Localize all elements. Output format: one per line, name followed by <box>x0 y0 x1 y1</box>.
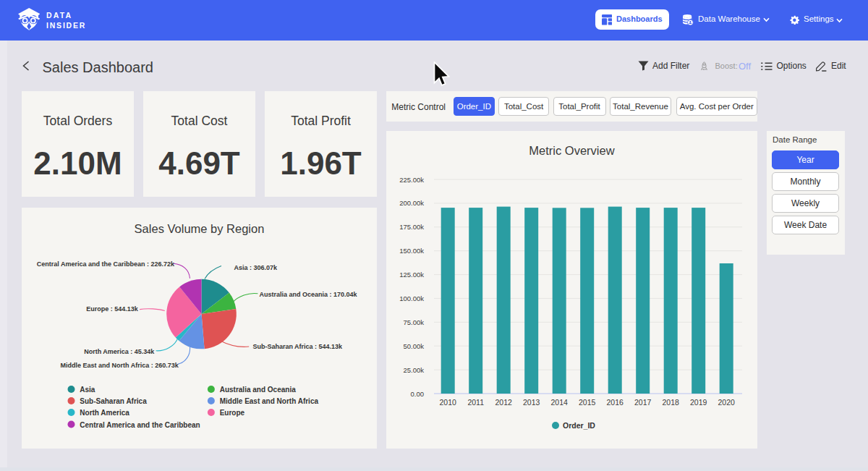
svg-text:175.00k: 175.00k <box>399 223 424 231</box>
svg-text:2019: 2019 <box>690 398 707 407</box>
svg-text:2010: 2010 <box>440 398 457 407</box>
svg-text:Europe: Europe <box>220 409 245 417</box>
svg-text:Central America and the Caribb: Central America and the Caribbean : 226.… <box>37 260 175 268</box>
svg-text:225.00k: 225.00k <box>399 176 424 184</box>
svg-text:Sub-Saharan Africa: Sub-Saharan Africa <box>80 397 147 405</box>
svg-text:50.00k: 50.00k <box>403 342 424 350</box>
svg-text:2015: 2015 <box>579 398 596 407</box>
svg-text:Sub-Saharan Africa : 544.13k: Sub-Saharan Africa : 544.13k <box>252 343 343 350</box>
svg-text:Australia and Oceania: Australia and Oceania <box>220 386 296 394</box>
svg-text:North America: North America <box>80 409 129 417</box>
svg-text:Asia : 306.07k: Asia : 306.07k <box>234 264 278 271</box>
svg-text:200.00k: 200.00k <box>399 199 424 207</box>
svg-text:Australia and Oceania : 170.04: Australia and Oceania : 170.04k <box>260 291 358 298</box>
svg-text:75.00k: 75.00k <box>403 318 424 326</box>
svg-text:125.00k: 125.00k <box>399 271 424 279</box>
svg-text:2018: 2018 <box>663 398 680 407</box>
svg-text:Middle East and North Africa :: Middle East and North Africa : 260.73k <box>61 362 179 369</box>
svg-text:2013: 2013 <box>523 398 540 407</box>
svg-text:25.00k: 25.00k <box>403 366 424 374</box>
svg-text:0.00: 0.00 <box>411 390 425 398</box>
svg-text:100.00k: 100.00k <box>399 294 424 302</box>
svg-text:2011: 2011 <box>467 398 484 407</box>
svg-text:2017: 2017 <box>634 398 652 407</box>
svg-text:2012: 2012 <box>495 398 513 407</box>
svg-text:Asia: Asia <box>80 386 95 394</box>
svg-text:Central America and the Caribb: Central America and the Caribbean <box>80 421 200 429</box>
svg-text:Middle East and North Africa: Middle East and North Africa <box>220 397 319 405</box>
svg-text:Order_ID: Order_ID <box>563 421 595 430</box>
svg-text:North America : 45.34k: North America : 45.34k <box>84 348 155 355</box>
svg-text:150.00k: 150.00k <box>399 247 424 255</box>
svg-text:2020: 2020 <box>718 398 736 407</box>
svg-text:Europe : 544.13k: Europe : 544.13k <box>86 305 139 313</box>
svg-text:2016: 2016 <box>607 398 624 407</box>
svg-text:2014: 2014 <box>551 398 569 407</box>
